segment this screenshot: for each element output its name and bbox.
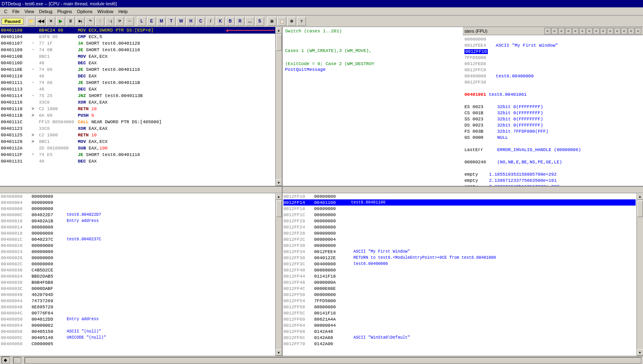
stack-scroll-up[interactable]: ▲ <box>637 193 643 200</box>
stack-row-14[interactable]: 0012FF480000000A <box>283 279 636 285</box>
stack-row-7[interactable]: 0012FF2C00000004 <box>283 236 636 242</box>
dump-row-5[interactable]: 0040601400000000 <box>1 224 274 230</box>
btn-R[interactable]: R <box>235 17 245 26</box>
disasm-row-20[interactable]: 00401131 48 DEC EAX <box>0 158 275 165</box>
btn-T[interactable]: T <box>167 17 176 26</box>
stack-row-21[interactable]: 0012FF6400000044 <box>283 322 636 328</box>
dump-scrollbar[interactable]: ▲ ▼ <box>275 193 282 356</box>
dump-scroll-up[interactable]: ▲ <box>276 193 282 200</box>
menu-file[interactable]: File <box>10 8 22 15</box>
disasm-row-4[interactable]: 0040110B 8BC1 MOV EAX,ECX <box>0 53 275 60</box>
btn-E[interactable]: E <box>147 17 156 26</box>
dump-row-16[interactable]: 004060404620794D <box>1 292 274 298</box>
dump-scroll-thumb[interactable] <box>276 201 282 217</box>
menu-help[interactable]: Help <box>116 8 130 15</box>
reg-nav-3[interactable]: < <box>558 28 565 34</box>
btn-C[interactable]: C <box>196 17 205 26</box>
reg-nav-9[interactable]: < <box>600 28 607 34</box>
menu-debug[interactable]: Debug <box>36 8 54 15</box>
stack-row-24[interactable]: 0012FF700142A90 <box>283 341 636 347</box>
disasm-row-7[interactable]: 00401110 48 DEC EAX <box>0 73 275 79</box>
back-button[interactable]: ◀◀ <box>36 17 45 26</box>
dump-row-7[interactable]: 0040601C0040237C test6.0040237C <box>1 236 274 242</box>
scroll-up-arrow[interactable]: ▲ <box>276 27 282 34</box>
disasm-row-0[interactable]: 00401100 8B4C24 08 MOV ECX,DWORD PTR SS:… <box>0 27 275 34</box>
dump-row-1[interactable]: 0040600400000000 <box>1 199 274 206</box>
scroll-down-arrow[interactable]: ▼ <box>276 179 282 186</box>
reg-nav-10[interactable]: < <box>607 28 614 34</box>
dump-row-12[interactable]: 00406030C4B5D2CE <box>1 267 274 273</box>
reg-nav-1[interactable]: < <box>544 28 551 34</box>
run-to-button[interactable]: →| <box>105 17 114 26</box>
fwd-button[interactable]: ✕ <box>46 17 55 26</box>
reg-nav-6[interactable]: < <box>579 28 586 34</box>
stack-row-16[interactable]: 0012FF5000000000 <box>283 292 636 298</box>
dump-row-3[interactable]: 0040600C004022D7 test6.004022D7 <box>1 212 274 218</box>
dump-row-14[interactable]: 00406038B0B4F6B8 <box>1 279 274 285</box>
reg-nav-14[interactable]: < <box>635 28 641 34</box>
btn-dots[interactable]: … <box>245 17 254 26</box>
stack-row-17[interactable]: 0012FF547FFD5000 <box>283 298 636 304</box>
stack-row-11[interactable]: 0012FF3C00400000 test6.00400000 <box>283 261 636 267</box>
dump-row-20[interactable]: 00406050004012DD Entry address <box>1 316 274 322</box>
disasm-row-11[interactable]: 00401116 33C0 XOR EAX,EAX <box>0 99 275 106</box>
menu-options[interactable]: Options <box>75 8 95 15</box>
stack-row-20[interactable]: 0012FF6080621A4A <box>283 316 636 322</box>
btn-S[interactable]: S <box>255 17 264 26</box>
disasm-row-3[interactable]: 00401109 ~ 74 0B JE SHORT test6.00401116 <box>0 47 275 53</box>
btn-plug[interactable]: ⚙ <box>287 17 296 26</box>
stack-row-22[interactable]: 0012FF680142A48 <box>283 328 636 335</box>
stack-row-6[interactable]: 0012FF2800000000 <box>283 230 636 236</box>
run-button[interactable]: ▶ <box>56 17 65 26</box>
stack-row-18[interactable]: 0012FF5800000000 <box>283 304 636 310</box>
dump-row-22[interactable]: 0040605800405150 ASCII "(null)" <box>1 328 274 335</box>
disasm-row-13[interactable]: 0040111B > 6A 00 PUSH 0 <box>0 112 275 119</box>
btn-log[interactable]: 📋 <box>277 17 286 26</box>
anim-button[interactable]: ⟳ <box>115 17 124 26</box>
disasm-row-9[interactable]: 00401113 48 DEC EAX <box>0 86 275 93</box>
reg-nav-11[interactable]: < <box>614 28 620 34</box>
btn-help[interactable]: ? <box>297 17 306 26</box>
reg-nav-2[interactable]: < <box>551 28 558 34</box>
dump-row-21[interactable]: 0040605400000002 <box>1 322 274 328</box>
dump-row-17[interactable]: 0040604474737269 <box>1 298 274 304</box>
dump-row-24[interactable]: 00406060C0000005 <box>1 341 274 347</box>
reg-nav-8[interactable]: < <box>593 28 600 34</box>
disasm-row-10[interactable]: 00401114 ~ 75 25 JNZ SHORT test6.0040113… <box>0 93 275 99</box>
step-over-button[interactable]: ↷ <box>86 17 95 26</box>
stack-row-9[interactable]: 0012FF340012FEE4 ASCII "My First Window" <box>283 249 636 255</box>
stack-row-15[interactable]: 0012FF4C0000E08E <box>283 285 636 292</box>
scroll-thumb[interactable] <box>276 34 282 51</box>
disasm-row-15[interactable]: 00401123 33C0 XOR EAX,EAX <box>0 125 275 132</box>
disasm-row-1[interactable]: 00401104 83F9 05 CMP ECX,5 <box>0 34 275 40</box>
stack-row-19[interactable]: 0012FF5C00141F18 <box>283 310 636 316</box>
disasm-row-18[interactable]: 0040112A 2D 00100000 SUB EAX,100 <box>0 145 275 151</box>
stack-scroll-down[interactable]: ▼ <box>637 349 643 356</box>
disasm-scrollbar[interactable]: ▲ ▼ <box>275 27 282 186</box>
stack-row-10[interactable]: 0012FF380040122E RETURN to test6.<Module… <box>283 255 636 261</box>
dump-row-15[interactable]: 0040603C0000DABF <box>1 285 274 292</box>
dump-row-11[interactable]: 0040602C00000000 <box>1 261 274 267</box>
stack-row-8[interactable]: 0012FF3000000000 <box>283 242 636 249</box>
status-input[interactable] <box>25 357 641 364</box>
disasm-row-19[interactable]: 0040112F ^ 74 E5 JE SHORT test6.00401116 <box>0 151 275 158</box>
disasm-row-12[interactable]: 00401118 > C2 1000 RETN 10 <box>0 106 275 112</box>
menu-c[interactable]: C <box>2 8 10 15</box>
dump-row-18[interactable]: 004060486E695720 <box>1 304 274 310</box>
dump-row-4[interactable]: 0040601000402A1B Entry address <box>1 218 274 224</box>
btn-K[interactable]: K <box>216 17 225 26</box>
dump-row-8[interactable]: 0040602000000000 <box>1 242 274 249</box>
open-button[interactable]: 📁 <box>27 17 36 26</box>
reg-nav-4[interactable]: < <box>565 28 572 34</box>
stack-row-3[interactable]: 0012FF1C00000000 <box>283 212 636 218</box>
disasm-row-2[interactable]: 00401107 ~ 77 1F JA SHORT test6.00401128 <box>0 40 275 47</box>
dump-row-23[interactable]: 0040605C00405140 UNICODE "(null)" <box>1 335 274 341</box>
menu-window[interactable]: Window <box>95 8 116 15</box>
stack-scrollbar[interactable]: ▲ ▼ <box>636 193 643 356</box>
btn-cpu[interactable]: ⊞ <box>267 17 276 26</box>
pause-button[interactable]: ⏸ <box>66 17 75 26</box>
stack-row-1[interactable]: 0012FF1400401100test6.00401100 <box>283 199 636 206</box>
dump-row-13[interactable]: 00406034BBD2DAB5 <box>1 273 274 279</box>
stack-scroll-thumb[interactable] <box>637 201 643 217</box>
stack-row-4[interactable]: 0012FF2000000000 <box>283 218 636 224</box>
